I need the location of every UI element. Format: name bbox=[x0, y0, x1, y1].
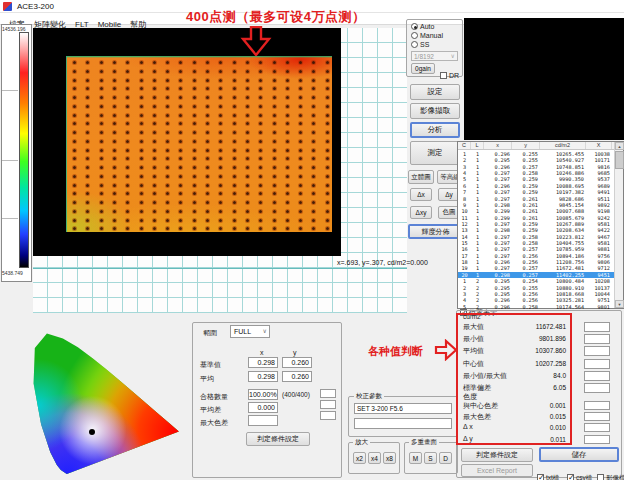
average-diff-field[interactable]: 0.000 bbox=[248, 402, 278, 413]
measure-point-dot bbox=[246, 166, 249, 169]
measure-point-dot bbox=[179, 210, 182, 213]
output-checkbox-影像檔[interactable]: 影像檔 bbox=[597, 466, 624, 480]
max-color-diff-field[interactable] bbox=[248, 415, 278, 426]
dr-checkbox[interactable]: DR bbox=[440, 64, 459, 82]
zoom-x8-button[interactable]: x8 bbox=[383, 452, 396, 464]
zoom-x2-button[interactable]: x2 bbox=[353, 452, 366, 464]
reference-x-field[interactable]: 0.298 bbox=[248, 357, 278, 368]
measure-point-dot bbox=[286, 149, 289, 152]
measure-point-dot bbox=[326, 122, 329, 125]
measure-point-dot bbox=[206, 210, 209, 213]
stereo-view-button[interactable]: 立體圖 bbox=[408, 170, 434, 184]
measure-point-dot bbox=[153, 175, 156, 178]
result-label: 最小值 bbox=[463, 334, 484, 344]
radio-auto[interactable]: Auto bbox=[411, 23, 434, 31]
reference-y-field[interactable]: 0.260 bbox=[282, 357, 312, 368]
dr-checkbox-box[interactable] bbox=[440, 72, 447, 79]
measure-point-dot bbox=[233, 87, 236, 90]
measure-point-dot bbox=[312, 184, 315, 187]
radio-ss[interactable]: SS bbox=[411, 41, 429, 49]
judgement-condition-button-stats[interactable]: 判定條件設定 bbox=[246, 432, 310, 446]
measure-point-dot bbox=[140, 96, 143, 99]
measure-point-dot bbox=[113, 79, 116, 82]
range-label: 範圍 bbox=[203, 328, 217, 338]
measure-point-dot bbox=[86, 184, 89, 187]
multi-screen-D-button[interactable]: D bbox=[439, 452, 452, 464]
delta-xy-button[interactable]: Δxy bbox=[410, 206, 432, 219]
measure-point-dot bbox=[259, 140, 262, 143]
output-checkbox-txt檔[interactable]: txt檔 bbox=[537, 466, 559, 480]
checkbox-icon[interactable] bbox=[537, 474, 544, 480]
measure-point-dot bbox=[299, 201, 302, 204]
analyze-button[interactable]: 分析 bbox=[410, 122, 460, 138]
measure-point-dot bbox=[113, 61, 116, 64]
range-select[interactable]: FULL∨ bbox=[230, 325, 270, 338]
average-y-field[interactable]: 0.260 bbox=[282, 371, 312, 382]
luminance-distribution-button[interactable]: 輝度分佈 bbox=[408, 224, 463, 239]
measure-point-dot bbox=[273, 149, 276, 152]
measure-point-dot bbox=[100, 79, 103, 82]
checkbox-icon[interactable] bbox=[567, 474, 574, 480]
measure-point-dot bbox=[233, 175, 236, 178]
measure-point-dot bbox=[73, 149, 76, 152]
measure-point-dot bbox=[286, 192, 289, 195]
measure-point-dot bbox=[286, 79, 289, 82]
measure-point-dot bbox=[246, 219, 249, 222]
measure-point-dot bbox=[100, 70, 103, 73]
measure-point-dot bbox=[86, 140, 89, 143]
table-header: CLxycd/m2X bbox=[458, 142, 614, 150]
measure-point-dot bbox=[100, 219, 103, 222]
measure-point-dot bbox=[193, 131, 196, 134]
save-button[interactable]: 儲存 bbox=[539, 447, 619, 462]
measure-point-dot bbox=[219, 192, 222, 195]
measure-point-dot bbox=[326, 70, 329, 73]
excel-report-button[interactable]: Excel Report bbox=[461, 464, 533, 477]
measure-point-dot bbox=[246, 122, 249, 125]
radio-icon[interactable] bbox=[411, 32, 418, 39]
measure-point-dot bbox=[140, 105, 143, 108]
settings-button[interactable]: 設定 bbox=[410, 84, 460, 100]
measure-point-dot bbox=[86, 219, 89, 222]
average-x-field[interactable]: 0.298 bbox=[248, 371, 278, 382]
judgement-condition-button[interactable]: 判定條件設定 bbox=[461, 448, 533, 462]
measure-point-dot bbox=[179, 175, 182, 178]
measure-point-dot bbox=[140, 61, 143, 64]
measure-point-dot bbox=[312, 122, 315, 125]
result-label: 中心值 bbox=[463, 359, 484, 369]
measure-point-dot bbox=[140, 227, 143, 230]
radio-icon[interactable] bbox=[411, 41, 418, 48]
measure-point-dot bbox=[86, 79, 89, 82]
measure-point-dot bbox=[259, 227, 262, 230]
scrollbar-thumb[interactable] bbox=[615, 151, 624, 169]
multi-screen-M-button[interactable]: M bbox=[409, 452, 422, 464]
result-value: 11672.481 bbox=[506, 323, 566, 330]
measure-point-dot bbox=[246, 140, 249, 143]
table-scrollbar[interactable]: ▲ ▼ bbox=[614, 142, 623, 308]
measure-point-dot bbox=[233, 201, 236, 204]
image-capture-button[interactable]: 影像擷取 bbox=[410, 103, 460, 119]
scroll-up-icon[interactable]: ▲ bbox=[615, 142, 624, 150]
measure-point-dot bbox=[326, 79, 329, 82]
radio-manual[interactable]: Manual bbox=[411, 32, 443, 40]
scroll-down-icon[interactable]: ▼ bbox=[615, 300, 624, 308]
measure-point-dot bbox=[219, 219, 222, 222]
delta-x-button[interactable]: Δx bbox=[410, 188, 432, 201]
measure-point-dot bbox=[73, 96, 76, 99]
radio-icon[interactable] bbox=[411, 23, 418, 30]
zoom-x4-button[interactable]: x4 bbox=[368, 452, 381, 464]
judgement-indicator-box bbox=[584, 412, 610, 421]
measure-button[interactable]: 測定 bbox=[410, 141, 460, 165]
zero-gain-button[interactable]: 0gain bbox=[411, 63, 435, 74]
multi-screen-S-button[interactable]: S bbox=[424, 452, 437, 464]
measure-point-dot bbox=[179, 192, 182, 195]
output-checkbox-csv檔[interactable]: csv檔 bbox=[567, 466, 592, 480]
checkbox-icon[interactable] bbox=[597, 474, 604, 480]
measure-point-dot bbox=[153, 131, 156, 134]
measurement-table[interactable]: CLxycd/m2X 110.2960.25510265.45510038210… bbox=[457, 141, 624, 309]
shutter-select[interactable]: 1/8192∨ bbox=[411, 51, 458, 61]
measure-point-dot bbox=[126, 96, 129, 99]
measure-point-dot bbox=[179, 87, 182, 90]
measure-point-dot bbox=[73, 61, 76, 64]
luminance-heatmap[interactable] bbox=[66, 56, 332, 232]
measure-point-dot bbox=[179, 131, 182, 134]
